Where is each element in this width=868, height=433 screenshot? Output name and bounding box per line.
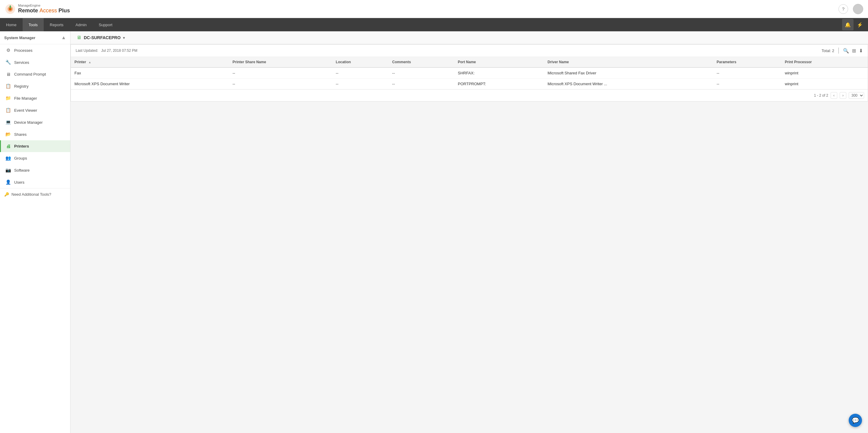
prev-page-btn[interactable]: ‹ — [831, 92, 837, 99]
sidebar-item-command-prompt[interactable]: 🖥 Command Prompt — [0, 68, 70, 80]
device-dropdown-btn[interactable]: ▾ — [123, 36, 125, 40]
additional-tools-footer[interactable]: 🔑 Need Additional Tools? — [0, 188, 70, 200]
nav-right: 🔔 ⚡ — [842, 19, 868, 30]
next-page-btn[interactable]: › — [840, 92, 846, 99]
software-icon: 📷 — [5, 167, 11, 173]
content-area: 🖥 DC-SURFACEPRO ▾ Last Updated: Jul 27, … — [70, 31, 868, 433]
header-icons: ? — [838, 4, 863, 14]
additional-tools-label: Need Additional Tools? — [11, 192, 51, 197]
groups-icon: 👥 — [5, 155, 11, 161]
nav-item-support[interactable]: Support — [93, 18, 119, 31]
sidebar-item-shares[interactable]: 📂 Shares — [0, 128, 70, 140]
sidebar-item-groups-label: Groups — [14, 156, 27, 161]
cell-driver-name: Microsoft Shared Fax Driver — [544, 67, 713, 78]
per-page-select[interactable]: 300 100 50 — [849, 92, 864, 99]
col-printer[interactable]: Printer ▲ — [71, 57, 229, 67]
nav-item-tools[interactable]: Tools — [23, 18, 44, 31]
device-manager-icon: 💻 — [5, 120, 11, 125]
table-row[interactable]: Microsoft XPS Document Writer -- -- -- P… — [71, 78, 868, 90]
command-prompt-icon: 🖥 — [5, 72, 11, 77]
cell-port-name: SHRFAX: — [454, 67, 544, 78]
cell-location: -- — [332, 67, 389, 78]
col-share-name[interactable]: Printer Share Name — [229, 57, 333, 67]
sidebar-item-services-label: Services — [14, 60, 29, 65]
sidebar-header: System Manager ▲ — [0, 31, 70, 44]
cell-share-name: -- — [229, 78, 333, 90]
cell-port-name: PORTPROMPT: — [454, 78, 544, 90]
sidebar-item-registry[interactable]: 📋 Registry — [0, 80, 70, 92]
table-header-row: Printer ▲ Printer Share Name Location Co… — [71, 57, 868, 67]
nav-item-home[interactable]: Home — [0, 18, 23, 31]
sidebar-item-software-label: Software — [14, 168, 30, 172]
users-icon: 👤 — [5, 179, 11, 185]
event-viewer-icon: 📋 — [5, 107, 11, 113]
nav-item-admin[interactable]: Admin — [70, 18, 93, 31]
sidebar-section-title: System Manager — [4, 36, 35, 40]
top-header: ManageEngine Remote Access Plus ? — [0, 0, 868, 18]
processes-icon: ⚙ — [5, 47, 11, 53]
pagination-range: 1 - 2 of 2 — [814, 93, 828, 98]
sort-icon: ▲ — [88, 61, 91, 64]
sidebar-item-event-viewer-label: Event Viewer — [14, 108, 37, 112]
cell-share-name: -- — [229, 67, 333, 78]
col-port-name[interactable]: Port Name — [454, 57, 544, 67]
table-row[interactable]: Fax -- -- -- SHRFAX: Microsoft Shared Fa… — [71, 67, 868, 78]
sidebar-item-users[interactable]: 👤 Users — [0, 176, 70, 188]
sidebar-item-services[interactable]: 🔧 Services — [0, 56, 70, 68]
sidebar-item-event-viewer[interactable]: 📋 Event Viewer — [0, 104, 70, 116]
download-icon[interactable]: ⬇ — [859, 48, 863, 54]
avatar[interactable] — [853, 4, 863, 14]
cell-comments: -- — [389, 78, 454, 90]
sidebar-item-groups[interactable]: 👥 Groups — [0, 152, 70, 164]
cell-print-processor: winprint — [781, 78, 868, 90]
logo-text: ManageEngine Remote Access Plus — [18, 4, 70, 14]
nav-bar: Home Tools Reports Admin Support 🔔 ⚡ — [0, 18, 868, 31]
sidebar-item-printers-label: Printers — [14, 144, 29, 148]
registry-icon: 📋 — [5, 84, 11, 89]
lightning-button[interactable]: ⚡ — [854, 19, 866, 30]
last-updated: Last Updated: Jul 27, 2018 07:52 PM — [76, 48, 137, 53]
search-icon[interactable]: 🔍 — [843, 48, 849, 54]
table-toolbar: Last Updated: Jul 27, 2018 07:52 PM Tota… — [71, 44, 868, 57]
logo-area: ManageEngine Remote Access Plus — [5, 4, 70, 14]
chat-widget[interactable]: 💬 — [849, 414, 862, 427]
printers-table: Printer ▲ Printer Share Name Location Co… — [71, 57, 868, 90]
table-section: Last Updated: Jul 27, 2018 07:52 PM Tota… — [70, 44, 868, 101]
device-monitor-icon: 🖥 — [76, 35, 82, 40]
col-print-processor[interactable]: Print Processor — [781, 57, 868, 67]
cell-driver-name: Microsoft XPS Document Writer ... — [544, 78, 713, 90]
col-location[interactable]: Location — [332, 57, 389, 67]
grid-view-icon[interactable]: ⊞ — [852, 48, 856, 54]
col-driver-name[interactable]: Driver Name — [544, 57, 713, 67]
cell-printer: Fax — [71, 67, 229, 78]
nav-left: Home Tools Reports Admin Support — [0, 18, 119, 31]
device-header: 🖥 DC-SURFACEPRO ▾ — [70, 31, 868, 44]
col-comments[interactable]: Comments — [389, 57, 454, 67]
shares-icon: 📂 — [5, 132, 11, 137]
services-icon: 🔧 — [5, 60, 11, 65]
sidebar-item-processes[interactable]: ⚙ Processes — [0, 44, 70, 56]
last-updated-label: Last Updated: — [76, 48, 98, 53]
file-manager-icon: 📁 — [5, 95, 11, 101]
sidebar-item-device-manager[interactable]: 💻 Device Manager — [0, 116, 70, 128]
cell-location: -- — [332, 78, 389, 90]
sidebar-item-command-prompt-label: Command Prompt — [14, 72, 46, 76]
sidebar-item-shares-label: Shares — [14, 132, 27, 137]
logo-icon — [5, 4, 16, 14]
cell-parameters: -- — [713, 67, 781, 78]
help-button[interactable]: ? — [838, 4, 848, 14]
sidebar-item-printers[interactable]: 🖨 Printers — [0, 140, 70, 152]
sidebar-item-users-label: Users — [14, 180, 24, 185]
sidebar-collapse-btn[interactable]: ▲ — [61, 35, 66, 40]
sidebar-item-software[interactable]: 📷 Software — [0, 164, 70, 176]
main-layout: System Manager ▲ ⚙ Processes 🔧 Services … — [0, 31, 868, 433]
sidebar-collapse-handle[interactable]: ‹ — [70, 226, 70, 238]
printers-icon: 🖨 — [5, 144, 11, 149]
nav-item-reports[interactable]: Reports — [44, 18, 70, 31]
notification-button[interactable]: 🔔 — [842, 19, 854, 30]
col-parameters[interactable]: Parameters — [713, 57, 781, 67]
cell-parameters: -- — [713, 78, 781, 90]
sidebar-item-file-manager[interactable]: 📁 File Manager — [0, 92, 70, 104]
pagination-row: 1 - 2 of 2 ‹ › 300 100 50 — [71, 90, 868, 101]
total-label: Total: 2 — [822, 48, 834, 53]
